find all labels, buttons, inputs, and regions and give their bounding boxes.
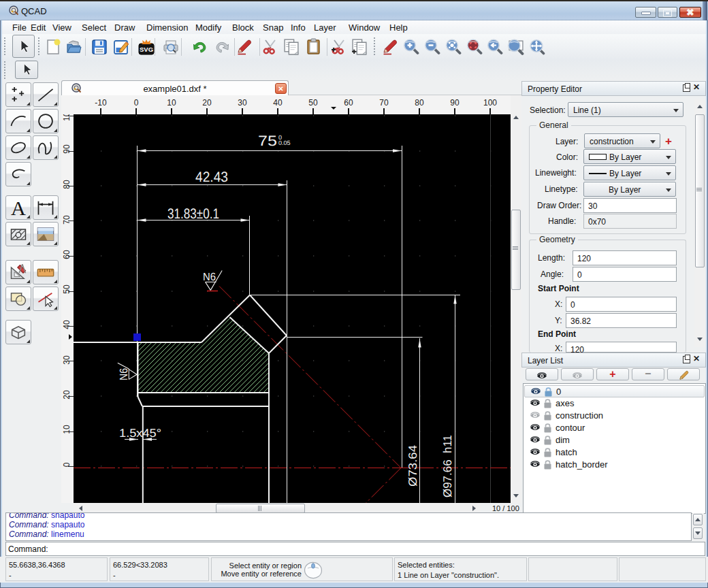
svg-text:42.43: 42.43 (195, 169, 228, 185)
svg-text:N6: N6 (118, 368, 130, 380)
svg-text:0.05: 0.05 (278, 140, 291, 146)
svg-text:N6: N6 (203, 272, 216, 283)
svg-text:A: A (11, 198, 26, 217)
svg-text:1.5x45°: 1.5x45° (119, 427, 161, 440)
svg-text:Ø97.66 h11: Ø97.66 h11 (441, 435, 454, 497)
svg-text:31.83±0.1: 31.83±0.1 (167, 206, 219, 222)
svg-text:SVG: SVG (140, 46, 153, 53)
svg-text:75: 75 (258, 133, 277, 149)
svg-text:Ø73.64: Ø73.64 (406, 445, 419, 487)
